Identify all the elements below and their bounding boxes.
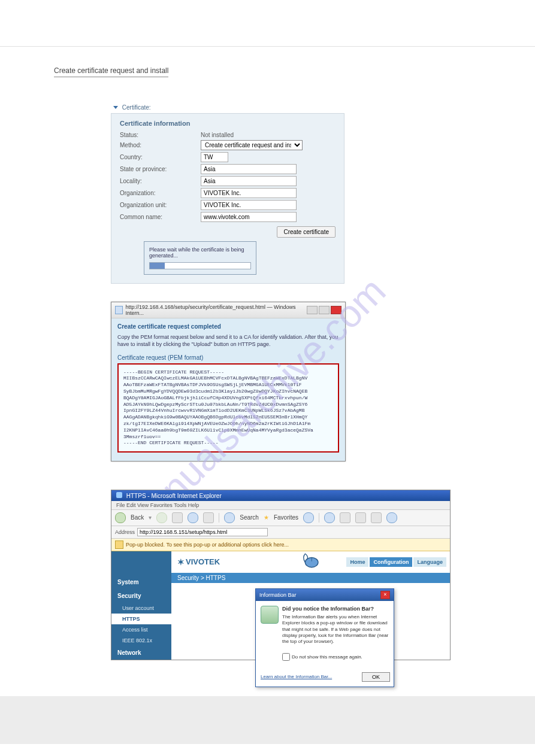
- ie-title: HTTPS - Microsoft Internet Explorer: [111, 490, 450, 501]
- orgunit-input[interactable]: [201, 200, 297, 210]
- progress-bar: [149, 262, 251, 269]
- maximize-button[interactable]: [319, 306, 330, 314]
- sidebar-https[interactable]: HTTPS: [111, 614, 171, 624]
- history-icon[interactable]: [324, 512, 335, 523]
- country-input[interactable]: [201, 152, 228, 162]
- refresh-icon[interactable]: [188, 512, 198, 523]
- ok-button[interactable]: OK: [362, 672, 390, 682]
- mail-icon[interactable]: [340, 512, 350, 523]
- method-select[interactable]: Create certificate request and install: [201, 140, 303, 150]
- dialog-title: Information Bar: [259, 592, 297, 598]
- page-header: [0, 0, 535, 47]
- cn-label: Common name:: [120, 214, 201, 220]
- search-icon[interactable]: [224, 512, 235, 523]
- vivotek-logo: ✶ VIVOTEK Home Configuration Language: [171, 551, 450, 573]
- ie-infobar[interactable]: Pop-up blocked. To see this pop-up or ad…: [111, 539, 450, 551]
- learn-link[interactable]: Learn about the Information Bar...: [261, 674, 332, 679]
- generating-text: Please wait while the certificate is bei…: [149, 247, 244, 259]
- breadcrumb: Security > HTTPS: [171, 573, 450, 583]
- certificate-expand-label: Certificate:: [122, 104, 151, 111]
- country-label: Country:: [120, 154, 201, 160]
- cn-input[interactable]: [201, 212, 297, 222]
- cert-request-text: Copy the PEM format request below and se…: [117, 333, 339, 348]
- ie-icon: [116, 492, 122, 498]
- chevron-down-icon: [113, 106, 118, 109]
- addr-label: Address: [115, 529, 135, 535]
- mouse-icon: [302, 551, 324, 569]
- sidebar-security[interactable]: Security: [111, 589, 171, 603]
- certificate-form-screenshot: Certificate: Certificate information Sta…: [111, 104, 344, 284]
- cert-request-sub: Certificate request (PEM format): [117, 354, 339, 361]
- pem-box[interactable]: -----BEGIN CERTIFICATE REQUEST----- MIIB…: [117, 363, 339, 453]
- ie-screenshot: HTTPS - Microsoft Internet Explorer File…: [111, 490, 451, 660]
- top-nav: Home Configuration Language: [346, 557, 446, 567]
- generating-box: Please wait while the certificate is bei…: [144, 241, 256, 275]
- create-certificate-button[interactable]: Create certificate: [277, 226, 335, 238]
- locality-label: Locality:: [120, 178, 201, 184]
- sidebar-8021x[interactable]: IEEE 802.1x: [111, 635, 171, 646]
- nav-language[interactable]: Language: [413, 557, 446, 567]
- page-footer: [0, 696, 535, 744]
- org-input[interactable]: [201, 188, 297, 198]
- locality-input[interactable]: [201, 176, 297, 186]
- popup-blocked-icon: [115, 541, 123, 549]
- cert-request-heading: Create certificate request completed: [117, 323, 339, 330]
- certificate-expand[interactable]: Certificate:: [111, 104, 344, 111]
- dont-show-label: Do not show this message again.: [292, 654, 362, 660]
- addr-input[interactable]: [137, 528, 268, 536]
- dialog-text: The Information Bar alerts you when Inte…: [282, 614, 389, 645]
- dont-show-checkbox[interactable]: [282, 653, 290, 661]
- info-icon: [261, 606, 279, 624]
- forward-icon[interactable]: [156, 512, 167, 523]
- ie-menu[interactable]: File Edit View Favorites Tools Help: [111, 501, 450, 510]
- sidebar-user-account[interactable]: User account: [111, 603, 171, 614]
- step-title: Create certificate request and install: [54, 66, 168, 77]
- nav-config[interactable]: Configuration: [370, 557, 412, 567]
- dialog-close-button[interactable]: ×: [380, 591, 390, 599]
- state-input[interactable]: [201, 164, 297, 174]
- info-bar-dialog: Information Bar × Did you notice the Inf…: [255, 588, 394, 687]
- state-label: State or province:: [120, 166, 201, 172]
- sidebar-system[interactable]: System: [111, 575, 171, 589]
- favorites-label[interactable]: Favorites: [274, 514, 298, 521]
- ie-sidebar: System Security User account HTTPS Acces…: [111, 551, 171, 660]
- dialog-question: Did you notice the Information Bar?: [282, 606, 389, 612]
- status-value: Not installed: [201, 132, 335, 138]
- page-icon: [115, 306, 123, 314]
- cert-request-window-title: http://192.168.4.168/setup/security/cert…: [125, 304, 307, 316]
- close-button[interactable]: [331, 306, 341, 314]
- back-label[interactable]: Back: [131, 514, 144, 521]
- sidebar-network[interactable]: Network: [111, 646, 171, 660]
- search-label[interactable]: Search: [240, 514, 259, 521]
- cert-request-window: http://192.168.4.168/setup/security/cert…: [111, 302, 346, 462]
- org-label: Organization:: [120, 190, 201, 196]
- orgunit-label: Organization unit:: [120, 202, 201, 208]
- edit-icon[interactable]: [371, 512, 382, 523]
- home-icon[interactable]: [203, 512, 214, 523]
- media-icon[interactable]: [303, 512, 314, 523]
- nav-home[interactable]: Home: [346, 557, 368, 567]
- minimize-button[interactable]: [307, 306, 318, 314]
- sidebar-access-list[interactable]: Access list: [111, 624, 171, 635]
- certificate-panel-title: Certificate information: [120, 120, 335, 127]
- print-icon[interactable]: [355, 512, 366, 523]
- method-label: Method:: [120, 142, 201, 148]
- back-icon[interactable]: [115, 512, 126, 523]
- discuss-icon[interactable]: [386, 512, 397, 523]
- status-label: Status:: [120, 132, 201, 138]
- ie-toolbar: Back ▾ Search ★ Favorites: [111, 510, 450, 526]
- stop-icon[interactable]: [172, 512, 183, 523]
